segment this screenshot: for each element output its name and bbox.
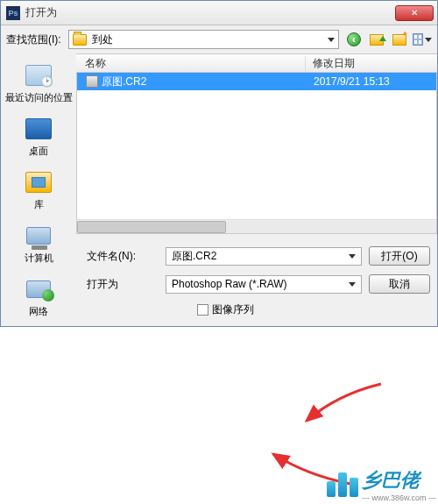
sidebar-item-computer[interactable]: 计算机 — [1, 219, 76, 267]
image-sequence-label: 图像序列 — [212, 302, 254, 317]
folder-icon — [73, 34, 87, 46]
open-as-dialog: Ps 打开为 ✕ 查找范围(I): 到处 最近访问的位置 — [0, 0, 438, 327]
file-date: 2017/9/21 15:13 — [307, 75, 436, 88]
file-type-icon — [86, 75, 98, 88]
recent-places-icon — [25, 61, 53, 89]
sidebar-item-desktop[interactable]: 桌面 — [1, 112, 76, 160]
back-button[interactable] — [344, 31, 364, 48]
chevron-down-icon — [328, 38, 335, 42]
filename-label: 文件名(N): — [83, 249, 159, 264]
network-icon — [26, 280, 51, 298]
window-close-button[interactable]: ✕ — [395, 5, 434, 21]
format-combo[interactable]: Photoshop Raw (*.RAW) — [166, 275, 362, 294]
image-sequence-checkbox[interactable] — [197, 304, 208, 316]
sidebar-item-recent[interactable]: 最近访问的位置 — [1, 59, 76, 107]
watermark-url: --- www.386w.com --- — [362, 493, 436, 502]
places-sidebar: 最近访问的位置 桌面 库 计算机 网络 — [1, 53, 76, 326]
lookin-combo[interactable]: 到处 — [68, 30, 339, 49]
new-folder-icon — [392, 34, 406, 46]
sidebar-item-label: 网络 — [29, 305, 48, 318]
sidebar-item-libraries[interactable]: 库 — [1, 166, 76, 214]
sidebar-item-label: 计算机 — [25, 252, 53, 265]
file-list[interactable]: 原图.CR2 2017/9/21 15:13 — [76, 73, 437, 234]
new-folder-button[interactable] — [390, 31, 409, 48]
up-folder-icon — [370, 34, 384, 46]
format-label: 打开为 — [83, 277, 159, 292]
lookin-bar: 查找范围(I): 到处 — [1, 25, 437, 53]
libraries-icon — [25, 172, 52, 193]
computer-icon — [26, 227, 51, 245]
titlebar: Ps 打开为 ✕ — [1, 1, 437, 25]
file-name: 原图.CR2 — [102, 75, 146, 89]
filename-combo[interactable]: 原图.CR2 — [166, 247, 362, 266]
window-title: 打开为 — [25, 5, 57, 20]
chevron-down-icon — [425, 38, 432, 42]
file-row[interactable]: 原图.CR2 2017/9/21 15:13 — [77, 73, 436, 90]
sidebar-item-label: 桌面 — [29, 145, 48, 158]
view-menu-button[interactable] — [413, 31, 432, 48]
view-icon — [413, 33, 423, 46]
watermark-text: 乡巴佬 — [362, 467, 436, 493]
column-headers[interactable]: 名称 修改日期 — [76, 53, 437, 73]
annotation-arrow — [267, 377, 390, 429]
desktop-icon — [25, 118, 52, 139]
scrollbar-thumb[interactable] — [77, 221, 226, 233]
sidebar-item-network[interactable]: 网络 — [1, 273, 76, 321]
watermark: 乡巴佬 --- www.386w.com --- — [327, 467, 436, 502]
column-header-date[interactable]: 修改日期 — [306, 56, 437, 71]
filename-value: 原图.CR2 — [172, 249, 216, 264]
sidebar-item-label: 最近访问的位置 — [5, 91, 73, 104]
lookin-label: 查找范围(I): — [6, 32, 63, 47]
chevron-down-icon — [349, 254, 356, 259]
sidebar-item-label: 库 — [34, 198, 44, 211]
up-one-level-button[interactable] — [367, 31, 386, 48]
app-icon: Ps — [6, 6, 20, 20]
column-header-name[interactable]: 名称 — [76, 56, 306, 71]
cancel-button[interactable]: 取消 — [369, 274, 430, 294]
open-button[interactable]: 打开(O) — [369, 246, 430, 266]
format-value: Photoshop Raw (*.RAW) — [172, 278, 287, 290]
bottom-panel: 文件名(N): 原图.CR2 打开(O) 打开为 Photoshop Raw (… — [76, 234, 437, 326]
lookin-path: 到处 — [92, 32, 322, 47]
back-icon — [347, 32, 361, 46]
chevron-down-icon — [349, 282, 356, 287]
horizontal-scrollbar[interactable] — [77, 219, 436, 233]
